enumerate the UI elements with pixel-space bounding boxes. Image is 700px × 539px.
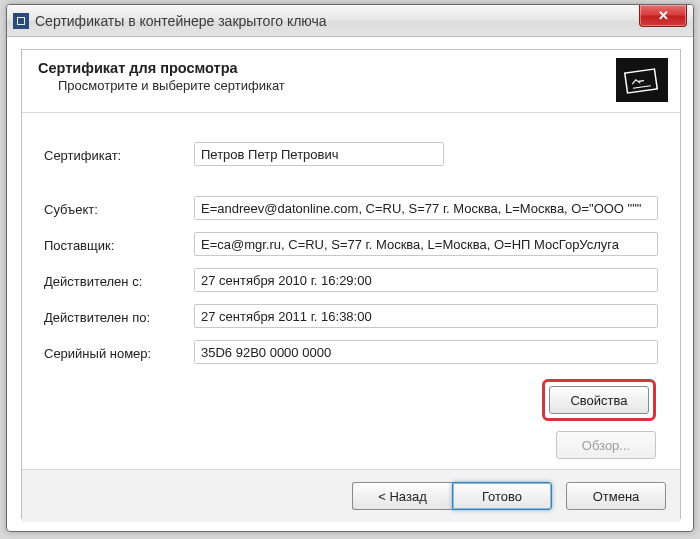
row-issuer: Поставщик: E=ca@mgr.ru, C=RU, S=77 г. Мо… <box>44 231 658 257</box>
wizard-subtitle: Просмотрите и выберите сертификат <box>58 78 285 93</box>
wizard-panel: Сертификат для просмотра Просмотрите и в… <box>21 49 681 519</box>
svg-rect-1 <box>18 18 24 24</box>
row-subject: Субъект: E=andreev@datonline.com, C=RU, … <box>44 195 658 221</box>
properties-button[interactable]: Свойства <box>549 386 649 414</box>
highlight-frame: Свойства <box>542 379 656 421</box>
label-subject: Субъект: <box>44 200 194 217</box>
browse-button: Обзор... <box>556 431 656 459</box>
field-valid-to[interactable]: 27 сентября 2011 г. 16:38:00 <box>194 304 658 328</box>
finish-button[interactable]: Готово <box>452 482 552 510</box>
row-valid-from: Действителен с: 27 сентября 2010 г. 16:2… <box>44 267 658 293</box>
wizard-footer: < Назад Готово Отмена <box>22 469 680 522</box>
field-certificate[interactable]: Петров Петр Петрович <box>194 142 444 166</box>
close-button[interactable]: ✕ <box>639 5 687 27</box>
row-certificate: Сертификат: Петров Петр Петрович <box>44 141 658 167</box>
label-serial: Серийный номер: <box>44 344 194 361</box>
label-valid-to: Действителен по: <box>44 308 194 325</box>
cancel-button[interactable]: Отмена <box>566 482 666 510</box>
app-icon <box>13 13 29 29</box>
titlebar: Сертификаты в контейнере закрытого ключа… <box>7 5 693 37</box>
wizard-body: Сертификат: Петров Петр Петрович Субъект… <box>22 113 680 469</box>
row-valid-to: Действителен по: 27 сентября 2011 г. 16:… <box>44 303 658 329</box>
field-serial[interactable]: 35D6 92B0 0000 0000 <box>194 340 658 364</box>
back-button[interactable]: < Назад <box>352 482 452 510</box>
window-title: Сертификаты в контейнере закрытого ключа <box>35 13 327 29</box>
field-subject[interactable]: E=andreev@datonline.com, C=RU, S=77 г. М… <box>194 196 658 220</box>
label-certificate: Сертификат: <box>44 146 194 163</box>
side-buttons: Свойства Обзор... <box>44 379 658 459</box>
label-issuer: Поставщик: <box>44 236 194 253</box>
dialog-window: Сертификаты в контейнере закрытого ключа… <box>6 4 694 532</box>
label-valid-from: Действителен с: <box>44 272 194 289</box>
field-issuer[interactable]: E=ca@mgr.ru, C=RU, S=77 г. Москва, L=Мос… <box>194 232 658 256</box>
close-icon: ✕ <box>658 8 669 23</box>
wizard-title: Сертификат для просмотра <box>38 60 285 76</box>
certificate-icon <box>616 58 668 102</box>
wizard-header: Сертификат для просмотра Просмотрите и в… <box>22 50 680 113</box>
nav-button-pair: < Назад Готово <box>352 482 552 510</box>
svg-line-3 <box>633 86 651 89</box>
field-valid-from[interactable]: 27 сентября 2010 г. 16:29:00 <box>194 268 658 292</box>
row-serial: Серийный номер: 35D6 92B0 0000 0000 <box>44 339 658 365</box>
